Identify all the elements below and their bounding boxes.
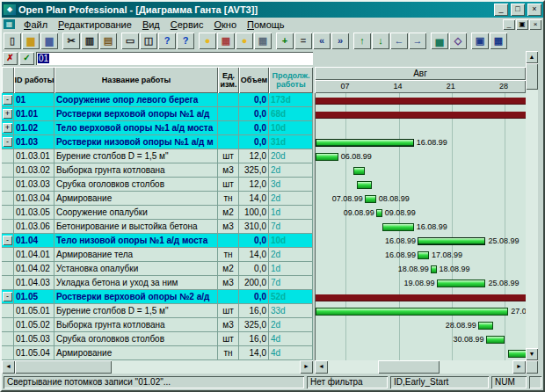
- table-row[interactable]: 01.03.03Срубка оголовков столбовшт12,03d: [2, 178, 313, 192]
- gantt-bar[interactable]: [357, 181, 372, 189]
- gantt-bar[interactable]: [365, 195, 376, 203]
- confirm-edit-button[interactable]: ✓: [19, 52, 34, 65]
- expand-button[interactable]: +: [3, 123, 12, 133]
- collapse-all-button[interactable]: ←: [390, 33, 408, 49]
- network-view-button[interactable]: ◇: [449, 33, 467, 49]
- table-row[interactable]: 01.03.01Бурение столбов D = 1,5 м"шт12,0…: [2, 149, 313, 163]
- menu-item-view[interactable]: Вид: [137, 18, 165, 31]
- table-row[interactable]: -01Сооружение опор левого берега0,0173d: [2, 93, 313, 107]
- outdent-button[interactable]: «: [313, 33, 331, 49]
- table-view-button[interactable]: ▦: [490, 33, 507, 49]
- gantt-bar[interactable]: [376, 209, 382, 217]
- table-row[interactable]: 01.03.02Выборка грунта котлованам3325,02…: [2, 163, 313, 178]
- time-now-button[interactable]: ●: [199, 33, 216, 49]
- child-minimize-button[interactable]: _: [503, 19, 515, 30]
- collapse-button[interactable]: -: [3, 292, 12, 301]
- table-scroll-thumb[interactable]: [15, 360, 112, 374]
- gantt-bar[interactable]: [353, 167, 365, 175]
- table-row[interactable]: +01.02Тело верховой опоры №1 а/д моста0,…: [2, 121, 313, 135]
- add-task-button[interactable]: +: [276, 33, 294, 49]
- collapse-button[interactable]: -: [3, 236, 12, 245]
- scroll-up-button[interactable]: ▲: [526, 51, 538, 63]
- table-row[interactable]: 01.03.04Армированиетн14,02d: [2, 192, 313, 206]
- cut-button[interactable]: ✂: [62, 33, 80, 49]
- close-button[interactable]: ×: [527, 4, 541, 16]
- header-task-name[interactable]: Название работы: [54, 67, 218, 93]
- minimize-button[interactable]: _: [494, 4, 508, 16]
- table-row[interactable]: -01.05Ростверки верховой опоры №2 а/д0,0…: [2, 290, 313, 304]
- link-tasks-button[interactable]: =: [294, 33, 312, 49]
- gantt-bar[interactable]: [478, 322, 493, 330]
- table-row[interactable]: 01.04.03Укладка бетона и уход за нимм320…: [2, 276, 313, 290]
- table-scroll-left-button[interactable]: ◄: [2, 360, 15, 374]
- gantt-bar[interactable]: [418, 237, 485, 245]
- child-restore-button[interactable]: ▣: [516, 19, 528, 30]
- gantt-bar[interactable]: [431, 265, 437, 273]
- vertical-scroll-thumb[interactable]: [526, 63, 538, 90]
- header-unit[interactable]: Ед. изм.: [218, 67, 239, 93]
- gantt-bar[interactable]: [418, 251, 429, 259]
- gantt-bar[interactable]: [316, 153, 338, 161]
- copy-button[interactable]: ▥: [81, 33, 98, 49]
- child-close-button[interactable]: ×: [529, 19, 541, 30]
- table-horizontal-scrollbar[interactable]: ◄ ►: [2, 360, 313, 374]
- clock-button[interactable]: ●: [236, 33, 253, 49]
- chart-scroll-left-button[interactable]: ◄: [315, 360, 328, 374]
- collapse-button[interactable]: -: [3, 95, 12, 105]
- gantt-view-button[interactable]: ▅: [431, 33, 448, 49]
- table-row[interactable]: 01.05.02Выборка грунта котлованам3325,02…: [2, 318, 313, 332]
- header-task-id[interactable]: ID работы: [14, 67, 54, 93]
- table-row[interactable]: 01.04.01Армирование телатн14,02d: [2, 248, 313, 262]
- table-scroll-right-button[interactable]: ►: [300, 360, 313, 374]
- chart-horizontal-scrollbar[interactable]: ◄ ►: [315, 360, 526, 374]
- gantt-bar[interactable]: [382, 223, 414, 231]
- titlebar[interactable]: ◆ Open Plan Professional - [Диаграмма Га…: [2, 2, 543, 18]
- table-row[interactable]: 01.03.06Бетонирование и выстойка бетонам…: [2, 220, 313, 234]
- screen-button[interactable]: ▣: [471, 33, 489, 49]
- menu-item-file[interactable]: Файл: [18, 18, 53, 31]
- gantt-bar[interactable]: [316, 294, 526, 301]
- print-preview-button[interactable]: ◫: [140, 33, 157, 49]
- scroll-down-button[interactable]: ▼: [526, 348, 538, 360]
- table-row[interactable]: -01.03Ростверки низовой опоры №1 а/д м0,…: [2, 135, 313, 149]
- expand-button[interactable]: +: [3, 109, 12, 119]
- menu-item-edit[interactable]: Редактирование: [53, 18, 137, 31]
- move-down-button[interactable]: ↓: [372, 33, 389, 49]
- record-id-input[interactable]: 01: [36, 52, 313, 65]
- table-row[interactable]: +01.01Ростверки верховой опоры №1 а/д0,0…: [2, 107, 313, 121]
- gantt-bar[interactable]: [437, 279, 486, 287]
- menu-item-help[interactable]: Помощь: [242, 18, 290, 31]
- move-up-button[interactable]: ↑: [353, 33, 371, 49]
- paste-button[interactable]: ▤: [99, 33, 117, 49]
- indent-button[interactable]: »: [331, 33, 349, 49]
- new-button[interactable]: ▯: [4, 33, 21, 49]
- print-button[interactable]: ▭: [121, 33, 139, 49]
- save-button[interactable]: ▆: [40, 33, 58, 49]
- calendar-button[interactable]: ▦: [217, 33, 235, 49]
- collapse-button[interactable]: -: [3, 137, 12, 147]
- gantt-bar[interactable]: [316, 112, 526, 118]
- maximize-button[interactable]: □: [511, 4, 525, 16]
- table-row[interactable]: 01.05.01Бурение столбов D = 1,5 м"шт16,0…: [2, 304, 313, 318]
- table-row[interactable]: 01.03.05Сооружение опалубким2100,01d: [2, 206, 313, 220]
- gantt-bar[interactable]: [316, 308, 508, 316]
- gantt-bar[interactable]: [316, 98, 526, 104]
- chart-scroll-right-button[interactable]: ►: [512, 360, 526, 374]
- open-button[interactable]: ▆: [22, 33, 40, 49]
- table-row[interactable]: 01.05.04Армированиетн14,04d: [2, 346, 313, 360]
- header-duration[interactable]: Продолж. работы: [269, 67, 313, 93]
- expand-all-button[interactable]: →: [409, 33, 426, 49]
- header-volume[interactable]: Объем: [239, 67, 269, 93]
- table-row[interactable]: 01.05.03Срубка оголовков столбовшт16,04d: [2, 332, 313, 346]
- table-row[interactable]: -01.04Тело низовой опоры №1 а/д моста0,0…: [2, 234, 313, 248]
- chart-scroll-thumb[interactable]: [378, 360, 440, 374]
- cancel-edit-button[interactable]: ✗: [3, 52, 18, 65]
- gantt-bar[interactable]: [508, 350, 526, 358]
- calculate-button[interactable]: ▦: [254, 33, 272, 49]
- menu-item-tools[interactable]: Сервис: [165, 18, 209, 31]
- gantt-bar[interactable]: [316, 139, 414, 147]
- context-help-button[interactable]: ?: [177, 33, 194, 49]
- menu-item-window[interactable]: Окно: [208, 18, 242, 31]
- chart-vertical-scrollbar[interactable]: ▲ ▼: [526, 51, 538, 360]
- help-button[interactable]: ?: [158, 33, 176, 49]
